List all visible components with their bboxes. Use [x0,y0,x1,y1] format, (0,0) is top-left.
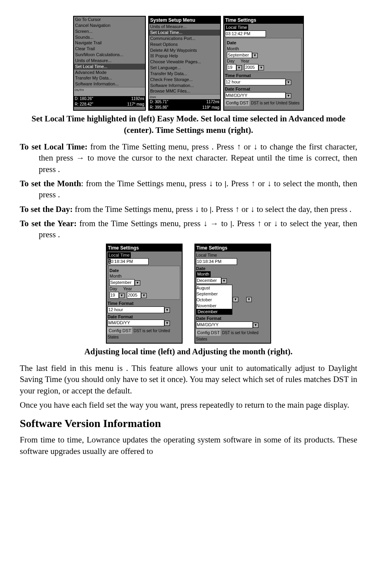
menu-item: Transfer My Data... [149,71,220,77]
panel-title: Time Settings [107,244,182,251]
paragraph-exit: Once you have each field set the way you… [20,399,357,410]
menu-item: Communications Port... [149,36,220,42]
date-label: Date [109,268,179,274]
year-label: Year [241,59,249,63]
month-dropdown-list: August September October November Decemb… [196,285,232,315]
menu-item: Check Free Storage... [149,77,220,83]
config-dst-button: Config DST [196,329,221,336]
paragraph-set-year: To set the Year: from the Time Settings … [20,218,357,240]
status-line: D: 305.71"1172mi [149,99,220,105]
dst-status: DST is set for United States [251,101,300,105]
chevron-down-icon: ▼ [135,280,140,285]
paragraph-set-day: To set the Day: from the Time Settings m… [20,204,357,215]
menu-item: Go To Cursor [74,17,145,23]
month-label: Month [109,273,179,279]
menu-item-highlighted: Set Local Time... [149,30,220,36]
month-label: Month [227,46,300,52]
list-item: October [196,297,232,303]
time-settings-right: Time Settings Local Time 10:18:34 PM Dat… [194,244,271,344]
paragraph-set-month: To set the Month: from the Time Settings… [20,178,357,200]
chevron-down-icon: ▼ [253,323,258,328]
chevron-down-icon: ▼ [246,297,252,302]
time-settings-left: Time Settings Local Time 10:18:34 PM Dat… [106,244,183,344]
chevron-down-icon: ▼ [286,93,291,98]
easy-mode-menu: Go To Cursor Cancel Navigation Screen...… [73,16,146,111]
list-item: September [196,291,232,297]
year-field: 2005 [127,292,141,299]
menu-item: Units of Measure... [149,24,220,30]
chevron-down-icon: ▼ [236,65,242,70]
date-label: Date [196,266,270,272]
figure-2-caption: Adjusting local time (left) and Adjustin… [20,346,357,357]
menu-item: Units of Measure... [74,58,145,64]
date-group: Date Month September▼ Day Year 19▼ 2005▼ [108,266,180,300]
date-format-field: MM/DD/YY [107,320,164,326]
time-format-field: 12 hour [225,79,286,85]
panel-title: Time Settings [224,17,303,24]
date-format-field: MM/DD/YY [225,92,286,99]
year-field: 2005 [244,64,258,71]
status-line: D: 180.26"1192mi [74,96,145,102]
time-field: 10:18:34 PM [107,258,149,265]
menu-item: Choose Viewable Pages... [149,59,220,65]
paragraph-set-local-time: To set Local Time: from the Time Setting… [20,141,357,175]
chevron-down-icon: ▼ [258,65,264,70]
day-field: 19 [227,64,236,71]
day-label: Day [109,286,117,291]
config-dst-button: Config DST [107,327,132,334]
menu-item: Set Language... [149,65,220,71]
menu-item: ☒ Popup Help [149,53,220,59]
chevron-down-icon: ▼ [221,278,227,284]
menu-item: Reset Options [149,42,220,47]
chevron-down-icon: ▼ [164,308,170,313]
figure-2: Time Settings Local Time 10:18:34 PM Dat… [20,244,357,344]
menu-item: Software Information... [149,83,220,89]
chevron-down-icon: ▼ [286,80,291,85]
figure-1-caption: Set Local Time highlighted in (left) Eas… [20,113,357,136]
day-field: 19 [109,292,119,299]
date-group: Date Month September▼ Day Year 19▼ 2005▼ [226,38,302,72]
menu-item: Sounds... [74,34,145,40]
date-format-label: Date Format [225,86,302,92]
time-format-label: Time Format [107,301,181,306]
menu-item: Software Information... [74,81,145,87]
config-dst-button: Config DST [225,100,250,106]
date-format-field: MM/DD/YY [196,321,253,328]
panel-title: System Setup Menu [149,17,220,24]
date-format-label: Date Format [107,314,181,320]
date-format-label: Date Format [196,316,270,321]
chevron-down-icon: ▼ [119,293,124,298]
chevron-down-icon: ▼ [141,293,147,298]
menu-item-highlighted: Set Local Time... [74,64,145,70]
time-field: 10:18:34 PM [196,258,237,265]
paragraph-config-dst: The last field in this menu is . This fe… [20,363,357,396]
map-label: 2nm [150,95,156,100]
year-label: Year [123,286,132,291]
list-item: August [196,285,232,291]
paragraph-software-version: From time to time, Lowrance updates the … [20,434,357,457]
list-item-selected: December [196,309,232,315]
day-label: Day [227,59,235,63]
month-field: September [109,279,135,286]
time-format-label: Time Format [225,73,302,79]
menu-item: Delete All My Waypoints [149,47,220,53]
system-setup-menu: System Setup Menu Units of Measure... Se… [148,16,221,111]
time-field: 03:12:42 PM [225,30,266,37]
menu-item: Browse MMC Files... [149,88,220,94]
menu-item: Advanced Mode [74,70,145,76]
menu-item: Clear Trail [74,46,145,52]
map-label: OUTH [75,88,84,93]
month-field: December [196,277,221,284]
time-format-field: 12 hour [107,306,164,313]
month-field: September [227,52,252,59]
month-highlight: Month [196,271,211,277]
menu-item: Screen... [74,28,145,34]
chevron-down-icon: ▼ [164,321,170,326]
chevron-down-icon: ▼ [252,53,258,58]
local-time-highlight: Local Time [225,25,248,30]
menu-item: Transfer My Data... [74,75,145,81]
menu-item: Navigate Trail [74,40,145,46]
local-time-label: Local Time [196,252,270,258]
time-settings-panel: Time Settings Local Time 03:12:42 PM Dat… [223,16,304,111]
figure-1: Go To Cursor Cancel Navigation Screen...… [20,16,357,111]
